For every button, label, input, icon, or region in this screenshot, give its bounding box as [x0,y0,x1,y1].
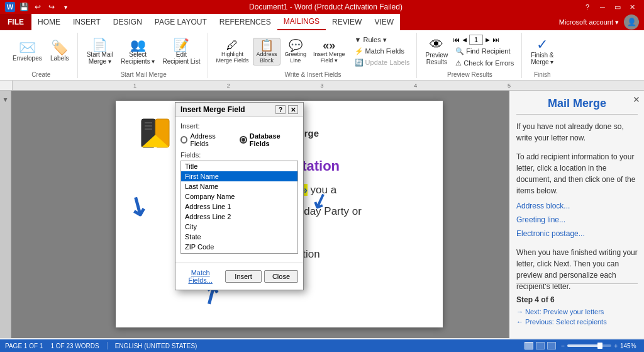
account-label[interactable]: Microsoft account ▾ [559,18,619,26]
field-address-line2[interactable]: Address Line 2 [181,212,297,222]
web-layout-button[interactable] [547,342,556,349]
first-record-button[interactable]: ⏮ [453,36,460,43]
radio-database-label: Database Fields [250,132,298,147]
window-controls: ? ─ ▭ ✕ [581,2,639,12]
match-fields-button[interactable]: ⚡ Match Fields [352,46,413,57]
preview-results-button[interactable]: 👁 PreviewResults [423,37,451,67]
field-state[interactable]: State [181,232,297,242]
mm-link-postage[interactable]: Electronic postage... [516,228,638,239]
print-layout-button[interactable] [525,342,533,349]
update-labels-button[interactable]: 🔄 Update Labels [352,57,413,68]
write-insert-group-label: Write & Insert Fields [285,71,341,78]
highlight-merge-button[interactable]: 🖊 HighlightMerge Fields [213,38,251,65]
ruler: 12345 [0,81,644,91]
preview-group-label: Preview Results [447,71,492,78]
last-record-button[interactable]: ⏭ [492,36,499,43]
menu-review[interactable]: REVIEW [326,14,368,30]
menu-view[interactable]: VIEW [368,14,400,30]
radio-address-fields[interactable]: Address Fields [180,132,232,147]
zoom-thumb[interactable] [597,343,602,349]
labels-button[interactable]: 🏷️ Labels [47,40,72,63]
field-first-name[interactable]: First Name [181,171,297,181]
preview-results-label: PreviewResults [426,52,448,65]
ribbon-create-items: ✉️ Envelopes 🏷️ Labels [10,33,72,70]
word-logo-icon: W [5,2,15,12]
document-area[interactable]: Tutorial in Hindi.in | Mail Merge Birthd… [11,91,509,338]
field-city[interactable]: City [181,222,297,232]
field-country-region[interactable]: Country or Region [181,252,297,254]
status-divider1 [107,342,108,349]
preview-items: 👁 PreviewResults ⏮ ◄ ► ⏭ 🔍 Find Recipien… [423,33,517,70]
menu-insert[interactable]: INSERT [67,14,107,30]
create-group-label: Create [31,71,50,78]
preview-results-icon: 👁 [430,38,443,52]
greeting-line-label: GreetingLine [285,51,307,64]
redo-icon[interactable]: ↪ [47,2,57,12]
menu-home[interactable]: HOME [31,14,67,30]
finish-merge-label: Finish &Merge ▾ [531,52,553,65]
ruler-marks: 12345 [13,82,631,89]
field-last-name[interactable]: Last Name [181,181,297,191]
select-recipients-button[interactable]: 👥 SelectRecipients ▾ [118,37,157,66]
mm-text1: If you have not already done so, write y… [516,121,638,144]
account-area[interactable]: Microsoft account ▾ 👤 [554,14,644,30]
zoom-fill [567,344,599,347]
mm-link-address[interactable]: Address block... [516,200,638,212]
match-fields-button[interactable]: Match Fields... [180,267,220,286]
radio-database-fields[interactable]: Database Fields [240,132,298,147]
ruler-corner [0,81,13,90]
field-zip-code[interactable]: ZIP Code [181,242,297,252]
mm-next-link[interactable]: → Next: Preview your letters [516,308,638,315]
dialog-close-button[interactable]: ✕ [288,105,298,114]
fields-list[interactable]: Title First Name Last Name Company Name … [180,161,298,254]
zoom-out-button[interactable]: − [561,343,565,349]
address-block-button[interactable]: 📋 AddressBlock [253,38,280,65]
account-avatar[interactable]: 👤 [624,14,639,30]
field-address-line1[interactable]: Address Line 1 [181,202,297,212]
field-title[interactable]: Title [181,161,297,171]
menu-design[interactable]: DESIGN [107,14,148,30]
finish-merge-icon: ✓ [536,38,548,52]
customize-icon[interactable]: ▾ [60,2,70,12]
help-button[interactable]: ? [581,2,594,12]
rules-button[interactable]: ▼ Rules ▾ [352,35,413,45]
greeting-line-button[interactable]: 💬 GreetingLine [282,38,309,65]
dialog-title: Insert Merge Field [180,105,245,114]
zoom-slider[interactable] [567,344,611,347]
close-button[interactable]: ✕ [626,2,639,12]
edit-recipient-list-button[interactable]: 📝 EditRecipient List [160,37,203,66]
restore-button[interactable]: ▭ [611,2,624,12]
mm-prev-link[interactable]: ← Previous: Select recipients [516,318,638,326]
insert-merge-field-button[interactable]: «» Insert MergeField ▾ [311,38,348,65]
read-mode-button[interactable] [536,342,545,349]
envelopes-button[interactable]: ✉️ Envelopes [10,40,45,63]
dialog-body: Insert: Address Fields Database Fields [175,117,303,263]
field-company-name[interactable]: Company Name [181,191,297,202]
close-dialog-button[interactable]: Close [264,270,298,283]
insert-button[interactable]: Insert [225,270,262,283]
minimize-button[interactable]: ─ [596,2,609,12]
check-errors-button[interactable]: ⚠ Check for Errors [453,58,516,69]
zoom-level[interactable]: 145% [620,343,639,349]
save-icon[interactable]: 💾 [19,2,29,12]
menu-mailings[interactable]: MAILINGS [277,14,326,30]
highlight-merge-label: HighlightMerge Fields [216,51,248,64]
select-recipients-label: SelectRecipients ▾ [121,51,155,65]
panel-close-button[interactable]: ✕ [633,94,640,105]
insert-merge-field-label: Insert MergeField ▾ [313,51,345,64]
record-number-input[interactable] [469,35,483,45]
dialog-help-button[interactable]: ? [275,105,286,114]
finish-merge-button[interactable]: ✓ Finish &Merge ▾ [528,37,556,67]
prev-record-button[interactable]: ◄ [461,36,468,43]
file-tab[interactable]: FILE [0,14,31,30]
undo-icon[interactable]: ↩ [33,2,43,12]
menu-references[interactable]: REFERENCES [213,14,277,30]
menu-page-layout[interactable]: PAGE LAYOUT [148,14,213,30]
start-mail-merge-button[interactable]: 📄 Start MailMerge ▾ [84,37,116,66]
zoom-in-button[interactable]: + [614,343,618,349]
mm-section2: To add recipient information to your let… [516,151,638,239]
radio-database-circle [240,136,247,144]
find-recipient-button[interactable]: 🔍 Find Recipient [453,46,516,57]
mm-link-greeting[interactable]: Greeting line... [516,214,638,225]
next-record-button[interactable]: ► [484,36,491,43]
